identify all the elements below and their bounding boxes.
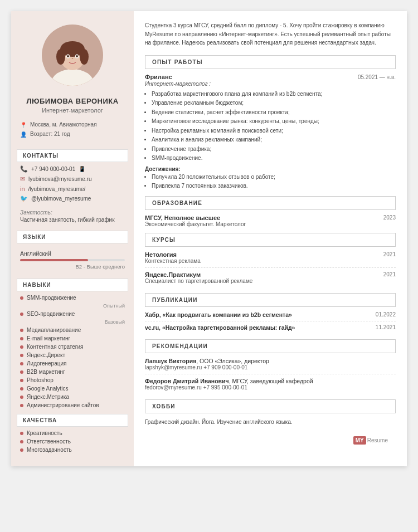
quality-dot-3 <box>20 448 23 452</box>
quality-dot-1 <box>20 432 23 435</box>
education-section: ОБРАЗОВАНИЕ МГСУ, Неполное высшее 2023 Э… <box>145 196 396 227</box>
bullet-7: Привлечение трафика; <box>152 145 396 154</box>
logo-my: MY <box>353 436 366 445</box>
skill-email: E-mail маркетинг <box>20 335 125 341</box>
employment-area: Занятость: Частичная занятость, гибкий г… <box>11 205 134 225</box>
quality-responsible: Ответственность <box>20 438 125 445</box>
edu-sub: Экономический факультет. Маркетолог <box>145 221 396 227</box>
logo-resume: Resume <box>367 437 388 443</box>
linkedin-item: in /lyubimova_myresume/ <box>20 186 125 192</box>
skill-yandex-direct: Яндекс.Директ <box>20 352 125 358</box>
skill-content: Контентная стратегия <box>20 344 125 350</box>
language-area: Английский B2 - Выше среднего <box>11 247 134 273</box>
skill-smm: SMM-продвижение <box>20 295 125 301</box>
edu-name: МГСУ, Неполное высшее <box>145 214 220 221</box>
edu-year: 2023 <box>383 214 396 221</box>
email-text: lyubimova@myresume.ru <box>28 176 92 182</box>
skill-b2b-text: B2B маркетинг <box>27 369 65 375</box>
location-icon: 📍 <box>20 122 27 128</box>
job-date: 05.2021 — н.в. <box>358 74 396 80</box>
left-column: ЛЮБИМОВА ВЕРОНИКА Интернет-маркетолог 📍 … <box>11 11 134 466</box>
language-bar-fill <box>20 259 88 261</box>
skills-header: НАВЫКИ <box>17 279 128 291</box>
skill-basic-label: Базовый <box>11 319 134 325</box>
skill-email-text: E-mail маркетинг <box>27 335 70 341</box>
pub-2-header: vc.ru, «Настройка таргетированной реклам… <box>145 324 396 331</box>
qualities-header: КАЧЕСТВА <box>17 414 128 427</box>
skill-media: Медиапланирование <box>20 327 125 333</box>
course-1: Нетология 2021 Контекстная реклама <box>145 251 396 268</box>
phone-extra: 📱 <box>79 166 85 172</box>
languages-header: ЯЗЫКИ <box>17 231 128 243</box>
rec-1-name: Лапшук Виктория, ООО «Элсика», директор <box>145 358 396 364</box>
skill-seo: SEO-продвижение <box>20 311 125 317</box>
pub-2-date: 11.2021 <box>376 324 396 331</box>
skill-b2b: B2B маркетинг <box>20 369 125 375</box>
skill-ym-text: Яндекс.Метрика <box>27 394 69 400</box>
svg-point-11 <box>76 55 78 57</box>
skill-dot-seo <box>20 313 23 316</box>
skill-ps-text: Photoshop <box>27 377 54 383</box>
pub-2: vc.ru, «Настройка таргетированной реклам… <box>145 324 396 334</box>
skill-yd-text: Яндекс.Директ <box>27 352 65 358</box>
pub-1: Хабр, «Как продвигать компании из b2b се… <box>145 311 396 321</box>
pub-1-header: Хабр, «Как продвигать компании из b2b се… <box>145 311 396 318</box>
employment-value: Частичная занятость, гибкий график <box>20 217 125 223</box>
course-2-year: 2021 <box>383 271 396 278</box>
twitter-text: @lyubimova_myresume <box>31 196 91 202</box>
rec-2-contact: fedorov@myresume.ru +7 995 000-00-01 <box>145 384 396 391</box>
age-icon: 👤 <box>20 131 27 138</box>
skill-seo-text: SEO-продвижение <box>27 311 75 317</box>
skill-dot-b2b <box>20 370 23 374</box>
rec-1-contact: lapshyk@myresume.ru +7 909 000-00-01 <box>145 364 396 370</box>
bullet-3: Ведение статистики, расчет эффективности… <box>152 109 396 117</box>
skill-dot-yd <box>20 354 23 357</box>
skill-media-text: Медиапланирование <box>27 327 81 333</box>
skill-ym: Яндекс.Метрика <box>20 394 125 400</box>
publications-header: ПУБЛИКАЦИИ <box>145 293 396 307</box>
course-2-name: Яндекс.Практикум <box>145 271 201 278</box>
skill-dot-ga <box>20 387 23 391</box>
language-name: Английский <box>20 250 125 257</box>
publications-section: ПУБЛИКАЦИИ Хабр, «Как продвигать компани… <box>145 293 396 334</box>
right-column: Студентка 3 курса МГСУ, средний балл по … <box>134 11 407 466</box>
skill-lead: Лидогенерация <box>20 360 125 367</box>
courses-header: КУРСЫ <box>145 233 396 247</box>
course-2-header: Яндекс.Практикум 2021 <box>145 271 396 278</box>
course-1-header: Нетология 2021 <box>145 251 396 258</box>
linkedin-icon: in <box>20 186 25 192</box>
quality-multitask-text: Многозадачность <box>27 447 72 453</box>
course-2: Яндекс.Практикум 2021 Специалист по тарг… <box>145 271 396 287</box>
twitter-icon: 🐦 <box>20 195 28 202</box>
linkedin-text: /lyubimova_myresume/ <box>28 186 86 192</box>
skill-smm-text: SMM-продвижение <box>27 295 76 301</box>
skill-photoshop: Photoshop <box>20 377 125 383</box>
achievement-1: Получила 20 положительных отзывов о рабо… <box>152 173 396 182</box>
hobby-section: ХОББИ Графический дизайн. Йога. Изучение… <box>145 399 396 426</box>
svg-point-10 <box>67 55 69 57</box>
pub-1-date: 01.2022 <box>376 311 396 318</box>
summary-text: Студентка 3 курса МГСУ, средний балл по … <box>145 21 396 47</box>
phone-item: 📞 +7 940 000-00-01 📱 <box>20 165 125 173</box>
bullet-1: Разработка маркетингового плана для комп… <box>152 90 396 99</box>
job-header: Фриланс 05.2021 — н.в. <box>145 74 396 80</box>
recommendations-header: РЕКОМЕНДАЦИИ <box>145 339 396 353</box>
avatar <box>42 25 103 86</box>
skill-admin-text: Администрирование сайтов <box>27 402 99 408</box>
phone-text: +7 940 000-00-01 <box>31 166 75 172</box>
quality-creative-text: Креативность <box>27 430 62 436</box>
bullet-6: Аналитика и анализ рекламных кампаний; <box>152 136 396 144</box>
recommendations-section: РЕКОМЕНДАЦИИ Лапшук Виктория, ООО «Элсик… <box>145 339 396 394</box>
skill-dot-ps <box>20 379 23 382</box>
quality-responsible-text: Ответственность <box>27 438 71 445</box>
job-bullets: Разработка маркетингового плана для комп… <box>145 90 396 163</box>
skill-ga-text: Google Analytics <box>27 385 69 392</box>
skill-dot <box>20 296 23 300</box>
hobby-header: ХОББИ <box>145 399 396 413</box>
skill-ga: Google Analytics <box>20 385 125 392</box>
skill-dot-lead <box>20 362 23 365</box>
achievements-label: Достижения: <box>145 166 396 172</box>
skill-admin: Администрирование сайтов <box>20 402 125 408</box>
age-item: 👤 Возраст: 21 год <box>20 131 125 138</box>
person-title: Интернет-маркетолог <box>20 107 125 114</box>
